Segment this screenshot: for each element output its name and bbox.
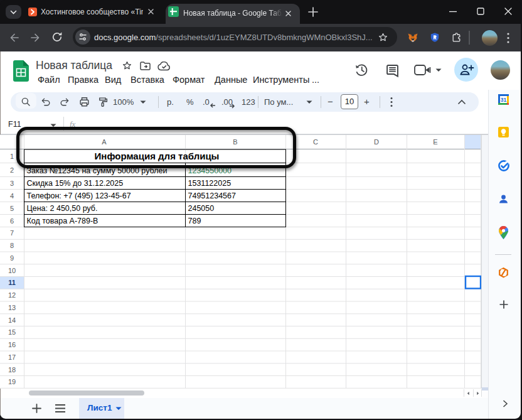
svg-text:3: 3 — [10, 180, 14, 187]
svg-text:17: 17 — [8, 353, 16, 361]
svg-text:E: E — [433, 138, 437, 146]
svg-text:Код товара A-789-B: Код товара A-789-B — [27, 217, 99, 225]
svg-text:C: C — [313, 138, 318, 146]
svg-text:Телефон: +7 (495) 123-45-67: Телефон: +7 (495) 123-45-67 — [27, 191, 131, 200]
svg-text:Скидка 15% до 31.12.2025: Скидка 15% до 31.12.2025 — [27, 179, 124, 188]
svg-text:1531122025: 1531122025 — [188, 179, 232, 188]
svg-text:12: 12 — [8, 291, 16, 299]
svg-text:14: 14 — [8, 316, 16, 324]
svg-text:1: 1 — [10, 153, 14, 160]
svg-text:245050: 245050 — [188, 204, 215, 213]
svg-text:15: 15 — [8, 328, 16, 336]
svg-text:7: 7 — [10, 229, 14, 237]
svg-text:8: 8 — [10, 242, 14, 249]
svg-text:2: 2 — [10, 166, 14, 174]
svg-text:10: 10 — [8, 267, 16, 274]
svg-text:6: 6 — [10, 217, 14, 225]
svg-text:19: 19 — [8, 378, 16, 385]
svg-text:74951234567: 74951234567 — [188, 191, 237, 200]
svg-text:18: 18 — [8, 366, 16, 374]
svg-text:13: 13 — [8, 304, 16, 311]
svg-text:9: 9 — [10, 254, 14, 262]
svg-text:16: 16 — [8, 341, 16, 348]
svg-text:4: 4 — [10, 192, 14, 200]
svg-text:31: 31 — [501, 97, 507, 103]
svg-text:Цена: 2 450,50 руб.: Цена: 2 450,50 руб. — [27, 204, 98, 213]
svg-text:11: 11 — [8, 279, 16, 286]
svg-text:789: 789 — [188, 217, 201, 225]
svg-text:D: D — [374, 138, 379, 146]
svg-text:5: 5 — [10, 205, 14, 212]
